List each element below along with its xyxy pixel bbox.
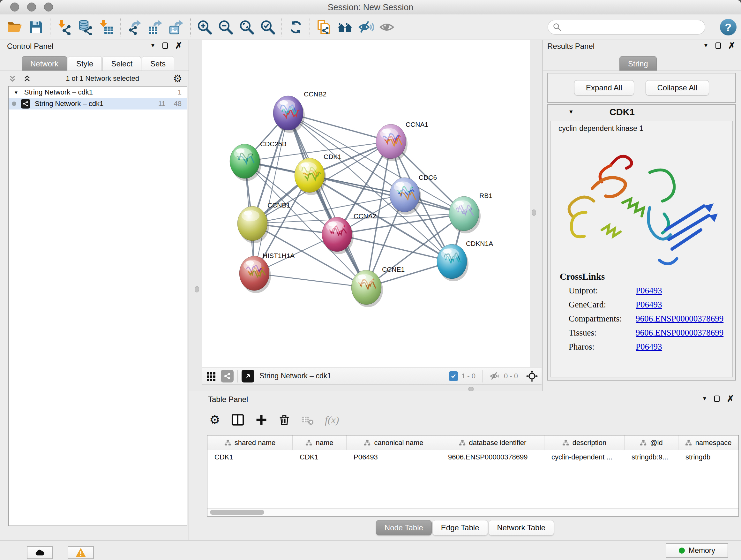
edge-HIST1H1A-CCNE1[interactable] bbox=[254, 273, 366, 287]
collapse-tree-icon[interactable]: ▼ bbox=[14, 90, 18, 95]
column-header-canonical-name[interactable]: canonical name bbox=[347, 435, 441, 450]
table-cell[interactable]: P06493 bbox=[347, 450, 441, 464]
table-options-gear-icon[interactable]: ⚙ bbox=[209, 413, 220, 427]
tab-node-table[interactable]: Node Table bbox=[376, 520, 432, 536]
network-canvas[interactable]: CCNB2CCNA1CDC25BCDK1CDC6RB1CCNB1CCNA2CDK… bbox=[202, 40, 530, 367]
save-icon bbox=[28, 19, 44, 35]
network-collection-row[interactable]: ▼ String Network – cdk1 1 bbox=[9, 86, 187, 98]
network-options-gear-icon[interactable]: ⚙ bbox=[173, 73, 182, 84]
crosslink-link[interactable]: 9606.ENSP00000378699 bbox=[636, 327, 724, 338]
zoom-in-button[interactable] bbox=[194, 17, 215, 38]
network-share-view-icon[interactable] bbox=[221, 370, 233, 382]
search-input[interactable] bbox=[548, 20, 705, 35]
string-home-button[interactable] bbox=[334, 17, 355, 38]
cloud-button[interactable] bbox=[27, 546, 53, 559]
column-header-database-identifier[interactable]: database identifier bbox=[441, 435, 544, 450]
panel-menu-icon[interactable]: ▼ bbox=[703, 43, 709, 49]
collapse-all-button[interactable]: Collapse All bbox=[646, 80, 709, 96]
node-HIST1H1A[interactable]: HIST1H1A bbox=[239, 252, 294, 293]
expand-collapse-bar: Expand All Collapse All bbox=[547, 73, 736, 103]
help-button[interactable]: ? bbox=[720, 19, 737, 36]
column-header-name[interactable]: name bbox=[293, 435, 347, 450]
close-panel-icon[interactable]: ✗ bbox=[728, 43, 735, 49]
import-network-file-button[interactable] bbox=[54, 17, 75, 38]
selected-indicator-checkbox[interactable] bbox=[449, 371, 458, 381]
float-panel-icon[interactable] bbox=[714, 395, 720, 402]
float-panel-icon[interactable] bbox=[162, 43, 168, 49]
panel-menu-icon[interactable]: ▼ bbox=[702, 395, 708, 402]
close-panel-icon[interactable]: ✗ bbox=[175, 43, 182, 49]
crosslink-link[interactable]: P06493 bbox=[636, 285, 662, 296]
close-panel-icon[interactable]: ✗ bbox=[727, 395, 734, 402]
collapse-all-icon[interactable] bbox=[8, 74, 17, 83]
crosslink-link[interactable]: P06493 bbox=[636, 341, 662, 352]
table-cell[interactable]: stringdb:9... bbox=[624, 450, 678, 464]
table-cell[interactable]: CDK1 bbox=[293, 450, 347, 464]
duplicate-network-button[interactable] bbox=[313, 17, 334, 38]
collapse-section-icon[interactable]: ▼ bbox=[568, 109, 574, 115]
expand-all-button[interactable]: Expand All bbox=[574, 80, 634, 96]
birdseye-view-icon[interactable] bbox=[242, 370, 254, 382]
zoom-out-button[interactable] bbox=[215, 17, 236, 38]
column-header-shared-name[interactable]: shared name bbox=[207, 435, 293, 450]
zoom-selected-button[interactable] bbox=[257, 17, 278, 38]
edge-CDK1-RB1[interactable] bbox=[310, 175, 464, 213]
vertical-splitter-handle[interactable] bbox=[195, 286, 199, 293]
show-columns-icon[interactable] bbox=[231, 413, 245, 427]
expand-all-icon[interactable] bbox=[22, 74, 32, 83]
edge-CCNB2-HIST1H1A[interactable] bbox=[254, 113, 288, 273]
node-CCNB2[interactable]: CCNB2 bbox=[273, 90, 327, 133]
network-row[interactable]: String Network – cdk1 11 48 bbox=[9, 98, 187, 110]
horizontal-splitter-handle[interactable] bbox=[468, 387, 474, 391]
crosslink-link[interactable]: P06493 bbox=[636, 299, 662, 310]
zoom-fit-button[interactable] bbox=[236, 17, 257, 38]
export-table-button[interactable] bbox=[145, 17, 166, 38]
node-CCNA1[interactable]: CCNA1 bbox=[376, 121, 428, 161]
tab-network-table[interactable]: Network Table bbox=[488, 520, 554, 536]
show-hide-graphics-button[interactable] bbox=[377, 17, 398, 38]
tab-sets[interactable]: Sets bbox=[142, 56, 174, 71]
tab-network[interactable]: Network bbox=[22, 56, 67, 71]
export-network-button[interactable] bbox=[124, 17, 145, 38]
scrollbar-thumb[interactable] bbox=[210, 510, 264, 515]
table-horizontal-scrollbar[interactable] bbox=[207, 508, 738, 516]
tab-edge-table[interactable]: Edge Table bbox=[432, 520, 488, 536]
node-RB1[interactable]: RB1 bbox=[449, 192, 492, 233]
hide-unhide-button[interactable] bbox=[355, 17, 377, 38]
table-cell[interactable]: CDK1 bbox=[207, 450, 293, 464]
edge-CCNA2-CDKN1A[interactable] bbox=[337, 234, 452, 261]
panel-menu-icon[interactable]: ▼ bbox=[150, 43, 156, 49]
refresh-button[interactable] bbox=[285, 17, 307, 38]
save-session-button[interactable] bbox=[25, 17, 47, 38]
column-header-description[interactable]: description bbox=[544, 435, 624, 450]
delete-column-icon[interactable] bbox=[278, 414, 290, 426]
center-view-crosshair-icon[interactable] bbox=[526, 370, 538, 382]
import-table-button[interactable] bbox=[96, 17, 117, 38]
float-panel-icon[interactable] bbox=[716, 43, 721, 49]
column-header-@id[interactable]: @id bbox=[624, 435, 678, 450]
vertical-splitter-handle[interactable] bbox=[532, 209, 536, 216]
column-header-namespace[interactable]: namespace bbox=[678, 435, 738, 450]
collection-label: String Network – cdk1 bbox=[24, 88, 93, 97]
table-cell[interactable]: cyclin-dependent ... bbox=[544, 450, 624, 464]
edge-CCNB2-CCNE1[interactable] bbox=[288, 113, 366, 287]
tab-style[interactable]: Style bbox=[68, 56, 102, 71]
tab-select[interactable]: Select bbox=[103, 56, 141, 71]
grid-view-icon[interactable] bbox=[205, 370, 217, 382]
memory-button[interactable]: Memory bbox=[666, 543, 728, 558]
add-column-icon[interactable] bbox=[255, 414, 267, 426]
node-label-HIST1H1A: HIST1H1A bbox=[263, 252, 294, 259]
selected-counts: 1 - 0 bbox=[461, 372, 475, 380]
table-cell[interactable]: 9606.ENSP00000378699 bbox=[441, 450, 544, 464]
crosslink-link[interactable]: 9606.ENSP00000378699 bbox=[636, 313, 724, 324]
node-CCNE1[interactable]: CCNE1 bbox=[351, 266, 405, 307]
open-session-button[interactable] bbox=[4, 17, 25, 38]
export-image-button[interactable] bbox=[166, 17, 187, 38]
node-section-header[interactable]: ▼ CDK1 bbox=[548, 105, 735, 119]
node-CDKN1A[interactable]: CDKN1A bbox=[437, 240, 493, 281]
tab-string[interactable]: String bbox=[619, 56, 657, 71]
table-cell[interactable]: stringdb bbox=[678, 450, 738, 464]
node-CDK1[interactable]: CDK1 bbox=[294, 153, 341, 195]
warnings-button[interactable] bbox=[68, 546, 94, 559]
import-network-database-button[interactable] bbox=[75, 17, 96, 38]
